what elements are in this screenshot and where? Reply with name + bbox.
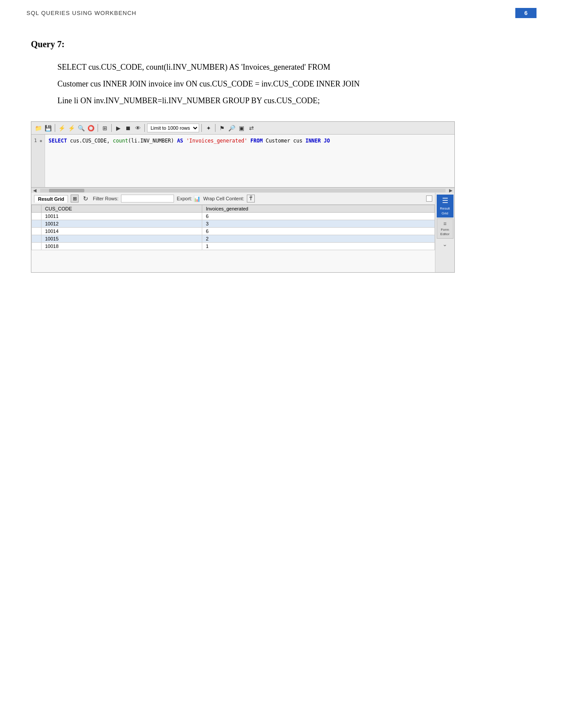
play-icon[interactable]: ▶ <box>114 124 123 132</box>
cell-cus-code: 10012 <box>42 220 202 228</box>
export-label: Export: <box>177 196 192 201</box>
query-line3: Line li ON inv.INV_NUMBER=li.INV_NUMBER … <box>57 96 320 105</box>
page-number: 6 <box>515 8 537 18</box>
scroll-left-arrow[interactable]: ◀ <box>31 188 38 193</box>
row-number <box>32 213 42 220</box>
stop-icon[interactable]: ⏹ <box>124 124 132 132</box>
wrap-icon[interactable]: T̅ <box>247 195 255 203</box>
query-text: SELECT cus.CUS_CODE, count(li.INV_NUMBER… <box>57 59 532 109</box>
form-editor-icon: ≡ <box>443 221 446 228</box>
grid-icon[interactable]: ⊞ <box>100 124 109 132</box>
wrap-label: Wrap Cell Content: <box>203 196 244 201</box>
arrow-icon[interactable]: ⇄ <box>247 124 256 132</box>
table-row: 100116 <box>32 213 435 220</box>
line-numbers: 1 ● <box>31 135 45 187</box>
sql-code[interactable]: SELECT cus.CUS_CODE, count(li.INV_NUMBER… <box>45 135 333 187</box>
cell-invoices: 6 <box>202 228 435 235</box>
toolbar-sep2 <box>98 124 98 132</box>
scroll-right-arrow[interactable]: ▶ <box>447 188 454 193</box>
chevron-down-icon: ⌄ <box>442 241 447 248</box>
cell-cus-code: 10018 <box>42 243 202 250</box>
eye-icon[interactable]: 👁 <box>133 124 142 132</box>
page-title: SQL QUERIES USING WORKBENCH <box>26 10 136 16</box>
magnify-icon[interactable]: 🔍 <box>77 124 86 132</box>
toolbar-sep1 <box>55 124 55 132</box>
result-grid-tab[interactable]: Result Grid <box>34 195 68 203</box>
workbench-screenshot: 📁 💾 ⚡ ⚡ 🔍 ⭕ ⊞ ▶ ⏹ 👁 Limit to 1000 rows ✦… <box>31 121 455 273</box>
circle-icon[interactable]: ⭕ <box>87 124 95 132</box>
side-panel: ☰ ResultGrid ≡ Form Editor ⌄ <box>435 193 454 272</box>
flag-icon[interactable]: ⚑ <box>218 124 227 132</box>
filter-label: Filter Rows: <box>93 196 118 201</box>
grid-view-icon[interactable]: ⊞ <box>71 195 79 203</box>
lightning2-icon[interactable]: ⚡ <box>67 124 76 132</box>
cell-invoices: 3 <box>202 220 435 228</box>
result-area: Result Grid ⊞ ↻ Filter Rows: Export: 📊 W… <box>31 193 435 272</box>
query-heading: Query 7: <box>31 39 532 49</box>
page-header: SQL QUERIES USING WORKBENCH 6 <box>0 0 563 22</box>
cell-invoices: 1 <box>202 243 435 250</box>
table-row: 100146 <box>32 228 435 235</box>
row-number <box>32 235 42 243</box>
magnify2-icon[interactable]: 🔎 <box>227 124 236 132</box>
sql-editor[interactable]: 1 ● SELECT cus.CUS_CODE, count(li.INV_NU… <box>31 135 454 188</box>
form-editor-label: Form Editor <box>440 228 450 237</box>
page-content: Query 7: SELECT cus.CUS_CODE, count(li.I… <box>0 22 563 290</box>
cell-cus-code: 10014 <box>42 228 202 235</box>
workbench-toolbar: 📁 💾 ⚡ ⚡ 🔍 ⭕ ⊞ ▶ ⏹ 👁 Limit to 1000 rows ✦… <box>31 122 454 135</box>
toolbar-sep4 <box>144 124 145 132</box>
toolbar-sep6 <box>215 124 215 132</box>
horizontal-scrollbar[interactable]: ◀ ▶ <box>31 188 454 193</box>
limit-select[interactable]: Limit to 1000 rows <box>147 124 199 132</box>
export-icon: 📊 <box>193 195 200 202</box>
main-container: Result Grid ⊞ ↻ Filter Rows: Export: 📊 W… <box>31 193 454 272</box>
export-button[interactable]: Export: 📊 <box>177 195 200 202</box>
cell-invoices: 2 <box>202 235 435 243</box>
col-cus-code: CUS_CODE <box>42 205 202 213</box>
form-editor-side-button[interactable]: ≡ Form Editor <box>437 218 453 239</box>
checkbox[interactable] <box>426 195 432 202</box>
star-icon[interactable]: ✦ <box>204 124 213 132</box>
data-table: CUS_CODE Invoices_generated 100116100123… <box>31 205 435 250</box>
box-icon[interactable]: ▣ <box>237 124 246 132</box>
row-number <box>32 220 42 228</box>
table-row: 100123 <box>32 220 435 228</box>
folder-icon[interactable]: 📁 <box>34 124 43 132</box>
refresh-icon[interactable]: ↻ <box>81 194 90 203</box>
col-invoices-generated: Invoices_generated <box>202 205 435 213</box>
table-row: 100152 <box>32 235 435 243</box>
result-grid-side-button[interactable]: ☰ ResultGrid <box>437 195 453 218</box>
lightning-icon[interactable]: ⚡ <box>57 124 66 132</box>
table-row: 100181 <box>32 243 435 250</box>
row-number <box>32 228 42 235</box>
row-num-header <box>32 205 42 213</box>
cell-cus-code: 10011 <box>42 213 202 220</box>
result-grid-icon: ☰ <box>442 196 448 206</box>
result-grid-label: ResultGrid <box>440 206 450 216</box>
line-number: 1 <box>34 138 37 143</box>
save-icon[interactable]: 💾 <box>44 124 53 132</box>
cell-cus-code: 10015 <box>42 235 202 243</box>
side-down-arrow[interactable]: ⌄ <box>437 240 453 249</box>
row-number <box>32 243 42 250</box>
line-dot: ● <box>40 139 42 143</box>
cell-invoices: 6 <box>202 213 435 220</box>
filter-input[interactable] <box>121 195 174 203</box>
scroll-thumb[interactable] <box>49 189 84 192</box>
toolbar-sep5 <box>201 124 202 132</box>
empty-area <box>31 250 435 272</box>
result-toolbar: Result Grid ⊞ ↻ Filter Rows: Export: 📊 W… <box>31 193 435 205</box>
scroll-track[interactable] <box>40 189 446 192</box>
query-line1: SELECT cus.CUS_CODE, count(li.INV_NUMBER… <box>57 63 330 71</box>
toolbar-sep3 <box>111 124 112 132</box>
query-line2: Customer cus INNER JOIN invoice inv ON c… <box>57 79 359 88</box>
